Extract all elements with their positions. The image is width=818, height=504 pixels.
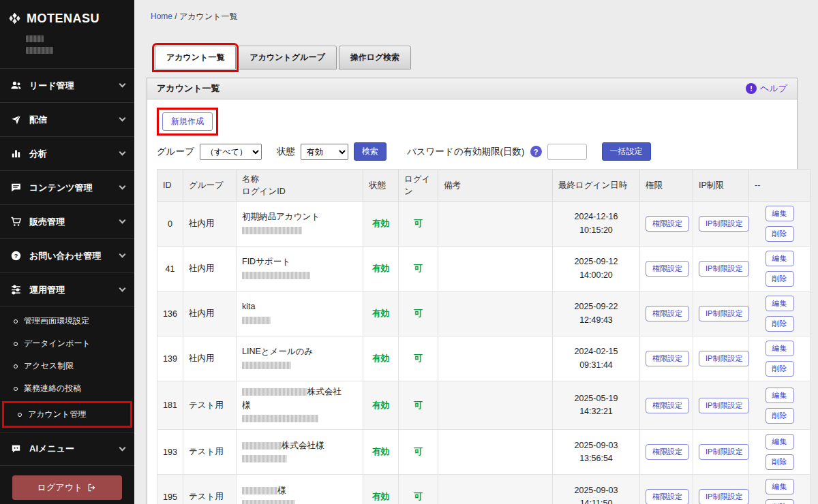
account-note: [438, 292, 553, 336]
bulk-setting-button[interactable]: 一括設定: [602, 142, 651, 161]
sidebar-item-leads[interactable]: リード管理: [0, 68, 134, 102]
edit-button[interactable]: 編集: [766, 206, 794, 221]
account-name: 株式会社様: [237, 381, 363, 430]
edit-button[interactable]: 編集: [766, 251, 794, 266]
create-new-button[interactable]: 新規作成: [162, 112, 213, 131]
sidebar-subitem-account-management[interactable]: アカウント管理: [4, 403, 130, 426]
password-days-input[interactable]: [547, 144, 587, 160]
tab-operation-log-search[interactable]: 操作ログ検索: [339, 46, 412, 69]
delete-button[interactable]: 削除: [766, 408, 794, 424]
panel-header: アカウント一覧 ! ヘルプ: [147, 78, 797, 99]
status-cell: 有効: [363, 247, 399, 292]
sidebar-subitem-data-import[interactable]: データインポート: [0, 332, 134, 355]
ip-restriction-cell: IP制限設定: [693, 247, 749, 292]
cart-icon: [10, 216, 22, 227]
redacted-text: [242, 455, 287, 462]
delete-button[interactable]: 削除: [766, 226, 794, 242]
status-badge: 有効: [372, 400, 389, 410]
ip-restriction-settings-button[interactable]: IP制限設定: [699, 489, 749, 504]
sidebar-item-analysis[interactable]: 分析: [0, 136, 134, 170]
filter-bar: グループ （すべて） 状態 有効 検索 パスワードの有効期限(日数) ? 一括設…: [157, 142, 787, 161]
breadcrumb-home-link[interactable]: Home: [151, 12, 172, 21]
login-cell: 可: [399, 381, 438, 430]
status-cell: 有効: [363, 430, 399, 475]
edit-button[interactable]: 編集: [766, 341, 794, 356]
account-name: LINEとメールのみ: [237, 336, 363, 381]
sidebar-item-operations[interactable]: 運用管理: [0, 272, 134, 306]
column-header: ログイン: [399, 170, 438, 202]
ip-restriction-settings-button[interactable]: IP制限設定: [699, 398, 749, 413]
login-cell: 可: [399, 202, 438, 247]
sidebar-item-sales[interactable]: 販売管理: [0, 204, 134, 238]
column-header: ID: [157, 170, 183, 202]
delete-button[interactable]: 削除: [766, 499, 794, 504]
status-cell: 有効: [363, 381, 399, 430]
question-help-icon[interactable]: ?: [530, 146, 542, 157]
name-text: LINEとメールのみ: [242, 347, 313, 356]
sidebar-subitem-env-settings[interactable]: 管理画面環境設定: [0, 310, 134, 332]
column-header: 状態: [363, 170, 399, 202]
edit-button[interactable]: 編集: [766, 479, 794, 494]
last-login-cell: 2024-12-1610:15:20: [553, 202, 640, 247]
sidebar-subitem-business-contact[interactable]: 業務連絡の投稿: [0, 377, 134, 400]
submenu-highlight-box: アカウント管理: [2, 401, 132, 428]
name-text: 様: [277, 486, 286, 495]
ip-restriction-settings-button[interactable]: IP制限設定: [699, 261, 749, 277]
edit-button[interactable]: 編集: [766, 434, 794, 450]
delete-button[interactable]: 削除: [766, 361, 794, 377]
edit-button[interactable]: 編集: [766, 388, 794, 403]
delete-button[interactable]: 削除: [766, 271, 794, 287]
chat-icon: [10, 182, 22, 193]
account-group: 社内用: [183, 336, 237, 381]
login-allowed-badge: 可: [414, 492, 423, 501]
sidebar-item-delivery[interactable]: 配信: [0, 102, 134, 136]
logout-button[interactable]: ログアウト: [12, 475, 122, 500]
last-login-cell: 2025-09-1214:00:20: [553, 247, 640, 292]
edit-button[interactable]: 編集: [766, 296, 794, 311]
status-cell: 有効: [363, 202, 399, 247]
login-allowed-badge: 可: [414, 309, 423, 318]
sidebar-item-label: お問い合わせ管理: [29, 250, 101, 262]
search-button[interactable]: 検索: [354, 142, 387, 161]
sidebar-item-ai-menu[interactable]: AIメニュー: [0, 432, 134, 466]
ip-restriction-settings-button[interactable]: IP制限設定: [699, 306, 749, 321]
submenu-item-wrap: 管理画面環境設定: [0, 310, 134, 332]
delete-button[interactable]: 削除: [766, 316, 794, 332]
table-row: 136社内用kita有効可2025-09-2212:49:43権限設定IP制限設…: [157, 292, 811, 336]
ip-restriction-settings-button[interactable]: IP制限設定: [699, 351, 749, 366]
table-header-row: IDグループ名称ログインID状態ログイン備考最終ログイン日時権限IP制限--: [157, 170, 811, 202]
permission-settings-button[interactable]: 権限設定: [646, 306, 689, 321]
delete-button[interactable]: 削除: [766, 454, 794, 470]
permission-settings-button[interactable]: 権限設定: [646, 351, 689, 366]
name-text: 様: [242, 400, 251, 410]
permission-settings-button[interactable]: 権限設定: [646, 489, 689, 504]
permission-cell: 権限設定: [640, 430, 693, 475]
permission-settings-button[interactable]: 権限設定: [646, 444, 689, 460]
permission-settings-button[interactable]: 権限設定: [646, 216, 689, 232]
ip-restriction-settings-button[interactable]: IP制限設定: [699, 216, 749, 232]
status-select[interactable]: 有効: [301, 144, 348, 160]
sidebar-item-label: 運用管理: [29, 284, 65, 296]
submenu-item-wrap: アクセス制限: [0, 355, 134, 377]
actions-cell: 編集削除: [749, 202, 811, 247]
account-group: 社内用: [183, 202, 237, 247]
sidebar-subitem-access-restriction[interactable]: アクセス制限: [0, 355, 134, 377]
password-expiry-label: パスワードの有効期限(日数): [407, 146, 525, 158]
account-note: [438, 475, 553, 504]
last-login-cell: 2024-02-1509:31:44: [553, 336, 640, 381]
new-button-highlight: 新規作成: [157, 108, 218, 136]
group-select[interactable]: （すべて）: [200, 144, 262, 160]
column-header: 最終ログイン日時: [553, 170, 640, 202]
sidebar-item-contents[interactable]: コンテンツ管理: [0, 170, 134, 204]
account-group: 社内用: [183, 292, 237, 336]
help-link[interactable]: ! ヘルプ: [746, 82, 787, 95]
permission-settings-button[interactable]: 権限設定: [646, 261, 689, 277]
ai-icon: [10, 443, 22, 455]
sidebar-item-inquiry[interactable]: ?お問い合わせ管理: [0, 238, 134, 272]
account-group: テスト用: [183, 475, 237, 504]
permission-cell: 権限設定: [640, 202, 693, 247]
permission-settings-button[interactable]: 権限設定: [646, 398, 689, 413]
ip-restriction-settings-button[interactable]: IP制限設定: [699, 444, 749, 460]
tab-account-group[interactable]: アカウントグループ: [238, 46, 336, 69]
tab-account-list[interactable]: アカウント一覧: [155, 46, 236, 69]
